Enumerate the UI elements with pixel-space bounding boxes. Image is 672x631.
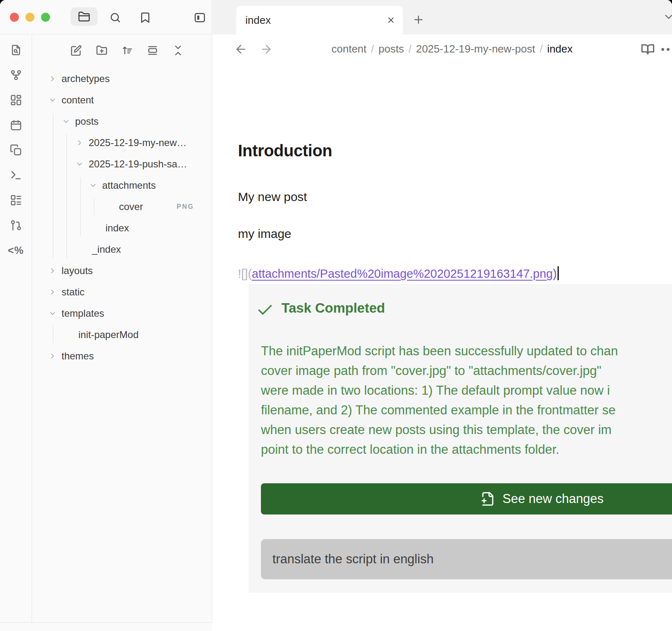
- breadcrumb-segment[interactable]: content: [331, 43, 366, 55]
- chevron-down-icon[interactable]: [62, 117, 70, 126]
- note-paragraph: my image: [238, 227, 291, 241]
- tree-item-label: 2025-12-19-push-sa…: [89, 158, 187, 170]
- task-summary-line: when users create new posts using this t…: [261, 423, 672, 442]
- chevron-down-icon[interactable]: [89, 181, 97, 190]
- tree-item-label: cover: [119, 201, 143, 213]
- tree-folder-2025-12-19-push-sa-[interactable]: 2025-12-19-push-sa…: [32, 153, 212, 175]
- view-header: content/posts/2025-12-19-my-new-post/ind…: [213, 34, 672, 64]
- tree-item-label: 2025-12-19-my-new…: [89, 137, 187, 149]
- chevron-down-icon[interactable]: [48, 96, 57, 104]
- chevron-down-icon[interactable]: [75, 160, 84, 168]
- breadcrumb-segment[interactable]: 2025-12-19-my-new-post: [416, 43, 535, 55]
- tab-close-icon[interactable]: [386, 15, 396, 25]
- tree-folder-layouts[interactable]: layouts: [32, 260, 212, 281]
- new-folder-icon[interactable]: [95, 44, 108, 57]
- tree-file-index[interactable]: index: [32, 217, 212, 239]
- tree-folder-archetypes[interactable]: archetypes: [32, 68, 212, 89]
- ribbon-rail: <%: [0, 35, 32, 622]
- git-pull-request-icon[interactable]: [9, 218, 23, 232]
- navigate-forward-icon[interactable]: [259, 42, 273, 56]
- layout-list-icon[interactable]: [9, 193, 23, 207]
- main-pane: index content/posts/2025-12-19-my-new-po…: [213, 0, 672, 631]
- templater-icon[interactable]: <%: [9, 243, 23, 257]
- breadcrumb-segment[interactable]: index: [547, 43, 573, 55]
- breadcrumb: content/posts/2025-12-19-my-new-post/ind…: [331, 34, 573, 64]
- chevron-right-icon[interactable]: [75, 139, 84, 147]
- tree-item-label: init-paperMod: [78, 329, 139, 341]
- tree-folder-2025-12-19-my-new-[interactable]: 2025-12-19-my-new…: [32, 132, 212, 153]
- copy-icon[interactable]: [9, 143, 23, 157]
- task-summary-line: The initPaperMod script has been success…: [261, 344, 672, 364]
- tree-folder-attachments[interactable]: attachments: [32, 175, 212, 196]
- layout-dashboard-icon[interactable]: [9, 93, 23, 107]
- tree-folder-themes[interactable]: themes: [32, 345, 212, 367]
- embedded-screenshot: Task Completed The initPaperMod script h…: [249, 284, 672, 593]
- tree-file-init-papermod[interactable]: init-paperMod: [32, 324, 212, 345]
- graph-icon[interactable]: [9, 68, 23, 82]
- panel-right-icon[interactable]: [192, 11, 208, 25]
- tree-file--index[interactable]: _index: [32, 239, 212, 260]
- file-search-icon[interactable]: [9, 43, 23, 57]
- chevron-right-icon[interactable]: [48, 288, 57, 296]
- collapse-all-icon[interactable]: [171, 44, 185, 57]
- bookmark-icon[interactable]: [138, 11, 152, 24]
- stack-icon[interactable]: [146, 44, 159, 57]
- sort-asc-icon[interactable]: [121, 44, 134, 57]
- tab-index[interactable]: index: [236, 6, 403, 34]
- tree-file-cover[interactable]: coverPNG: [32, 196, 212, 217]
- task-summary-line: were made in two locations: 1) The defau…: [261, 383, 672, 403]
- chevron-right-icon[interactable]: [48, 267, 57, 275]
- window-titlebar: [0, 0, 212, 34]
- check-icon: [256, 301, 274, 319]
- app-window: <% archetypescontentposts2025-12-19-my-n…: [0, 0, 672, 631]
- search-icon[interactable]: [108, 11, 122, 24]
- tree-folder-templates[interactable]: templates: [32, 303, 212, 324]
- text-caret: [558, 266, 559, 280]
- task-summary-line: cover image path from "cover.jpg" to "at…: [261, 364, 672, 383]
- task-summary-line: point to the correct location in the att…: [261, 442, 672, 462]
- task-completed-title: Task Completed: [281, 300, 385, 316]
- tree-item-label: content: [62, 94, 94, 106]
- file-type-badge: PNG: [177, 203, 194, 210]
- breadcrumb-segment[interactable]: posts: [379, 43, 404, 55]
- tab-bar: index: [213, 0, 672, 34]
- traffic-close-button[interactable]: [10, 13, 19, 22]
- terminal-icon[interactable]: [9, 168, 23, 182]
- tree-folder-content[interactable]: content: [32, 89, 212, 111]
- explorer-header: [32, 35, 212, 68]
- markdown-syntax-close: ): [553, 267, 557, 280]
- tab-title: index: [245, 14, 271, 27]
- chevron-right-icon[interactable]: [48, 75, 57, 83]
- sidebar-footer: [0, 622, 212, 631]
- reading-view-icon[interactable]: [641, 42, 655, 56]
- tree-item-label: posts: [75, 116, 98, 127]
- editor-content: Introduction My new post my image ![](at…: [213, 64, 672, 631]
- note-paragraph: My new post: [238, 190, 307, 204]
- new-tab-icon[interactable]: [412, 13, 425, 26]
- folder-icon[interactable]: [71, 7, 98, 26]
- markdown-syntax: ![](: [238, 267, 252, 280]
- task-summary-text: The initPaperMod script has been success…: [261, 344, 672, 462]
- tree-folder-posts[interactable]: posts: [32, 111, 212, 132]
- chevron-right-icon[interactable]: [48, 352, 57, 360]
- traffic-zoom-button[interactable]: [41, 13, 50, 22]
- see-new-changes-button: See new changes: [261, 483, 672, 514]
- tab-list-chevron-icon[interactable]: [663, 11, 672, 24]
- breadcrumb-separator: /: [535, 43, 547, 55]
- tree-folder-static[interactable]: static: [32, 281, 212, 303]
- tree-item-label: static: [62, 286, 85, 298]
- new-note-icon[interactable]: [70, 44, 83, 57]
- navigate-back-icon[interactable]: [234, 42, 248, 56]
- tree-item-label: attachments: [102, 180, 156, 191]
- traffic-minimize-button[interactable]: [25, 13, 34, 22]
- tree-item-label: index: [105, 222, 129, 234]
- calendar-icon[interactable]: [9, 118, 23, 132]
- attachment-link[interactable]: attachments/Pasted%20image%2020251219163…: [252, 267, 553, 280]
- markdown-image-line: ![](attachments/Pasted%20image%202025121…: [238, 266, 559, 281]
- file-tree: archetypescontentposts2025-12-19-my-new……: [32, 68, 212, 622]
- chevron-down-icon[interactable]: [48, 309, 57, 318]
- breadcrumb-separator: /: [404, 43, 416, 55]
- note-heading: Introduction: [238, 142, 332, 160]
- more-options-icon[interactable]: [661, 48, 672, 52]
- prompt-input: translate the script in english: [261, 539, 672, 579]
